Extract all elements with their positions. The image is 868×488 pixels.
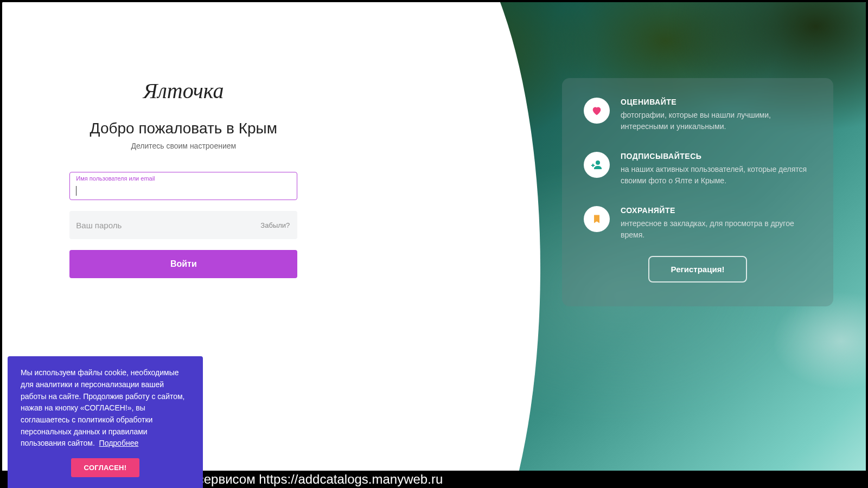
features-panel: ОЦЕНИВАЙТЕ фотографии, которые вы нашли …	[562, 78, 833, 306]
username-field-wrapper: Имя пользователя или email	[69, 172, 297, 200]
feature-text: СОХРАНЯЙТЕ интересное в закладках, для п…	[621, 206, 812, 241]
feature-desc: фотографии, которые вы нашли лучшими, ин…	[621, 110, 812, 132]
svg-point-0	[596, 160, 600, 165]
feature-rate: ОЦЕНИВАЙТЕ фотографии, которые вы нашли …	[584, 98, 812, 132]
feature-desc: интересное в закладках, для просмотра в …	[621, 218, 812, 241]
hero-pane: ОЦЕНИВАЙТЕ фотографии, которые вы нашли …	[365, 2, 866, 486]
welcome-title: Добро пожаловать в Крым	[90, 120, 277, 137]
logo-text: Ялточка	[143, 78, 224, 104]
login-button[interactable]: Войти	[69, 250, 297, 278]
feature-title: ПОДПИСЫВАЙТЕСЬ	[621, 152, 812, 160]
feature-follow: ПОДПИСЫВАЙТЕСЬ на наших активных пользов…	[584, 152, 812, 187]
username-label: Имя пользователя или email	[76, 175, 155, 182]
register-button[interactable]: Регистрация!	[648, 256, 748, 282]
feature-text: ОЦЕНИВАЙТЕ фотографии, которые вы нашли …	[621, 98, 812, 132]
cookie-accept-button[interactable]: СОГЛАСЕН!	[71, 458, 140, 477]
heart-icon	[584, 98, 610, 124]
cookie-banner: Мы используем файлы cookie, необходимые …	[8, 356, 203, 488]
feature-text: ПОДПИСЫВАЙТЕСЬ на наших активных пользов…	[621, 152, 812, 187]
feature-desc: на наших активных пользователей, которые…	[621, 164, 812, 187]
cookie-more-link[interactable]: Подробнее	[99, 439, 139, 447]
login-form: Имя пользователя или email Ваш пароль За…	[69, 172, 297, 278]
bookmark-icon	[584, 206, 610, 232]
feature-title: ОЦЕНИВАЙТЕ	[621, 98, 812, 106]
feature-title: СОХРАНЯЙТЕ	[621, 206, 812, 215]
welcome-subtitle: Делитесь своим настроением	[131, 142, 236, 150]
password-field-wrapper: Ваш пароль Забыли?	[69, 211, 297, 239]
cookie-text: Мы используем файлы cookie, необходимые …	[21, 368, 185, 447]
forgot-password-link[interactable]: Забыли?	[260, 221, 290, 229]
text-cursor	[76, 186, 76, 196]
feature-save: СОХРАНЯЙТЕ интересное в закладках, для п…	[584, 206, 812, 241]
person-add-icon	[584, 152, 610, 178]
